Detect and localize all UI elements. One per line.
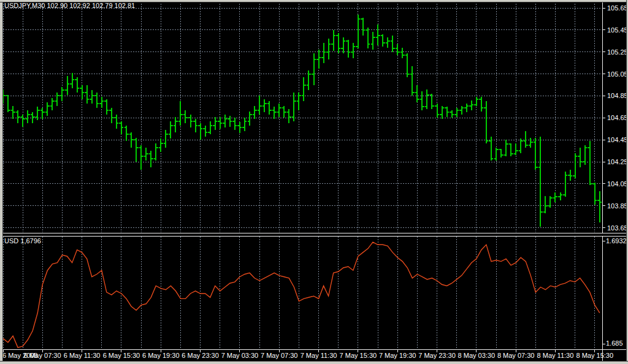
chart-title: USDJPY,M30 102.90 102.92 102.79 102.81	[4, 2, 135, 9]
price-axis-label: 104.65	[607, 115, 628, 121]
time-axis-label: 8 May 15:30	[570, 352, 619, 359]
window-frame-top	[0, 0, 628, 2]
price-axis-label: 103.85	[607, 203, 628, 210]
indicator-axis-min-label: 1.685	[606, 340, 623, 347]
indicator-pane[interactable]	[2, 237, 602, 349]
window-frame-left	[0, 0, 3, 364]
price-axis-label: 105.65	[607, 5, 628, 12]
price-chart-pane[interactable]	[2, 2, 602, 233]
price-axis-label: 105.25	[607, 49, 628, 56]
price-axis-label: 104.85	[607, 93, 628, 99]
price-axis-label: 105.45	[607, 27, 628, 34]
window-frame-bottom	[0, 361, 628, 364]
price-axis-label: 104.45	[607, 137, 628, 143]
price-axis-label: 104.05	[607, 181, 628, 188]
pane-splitter[interactable]	[0, 233, 628, 237]
indicator-axis-max-label: 1.6932	[606, 238, 627, 245]
indicator-title: USD 1,6796	[4, 238, 41, 245]
price-axis-label: 104.25	[607, 159, 628, 165]
price-axis-label: 103.65	[607, 225, 628, 232]
chart-window: USDJPY,M30 102.90 102.92 102.79 102.81 U…	[0, 0, 628, 364]
price-axis-label: 105.05	[607, 71, 628, 78]
